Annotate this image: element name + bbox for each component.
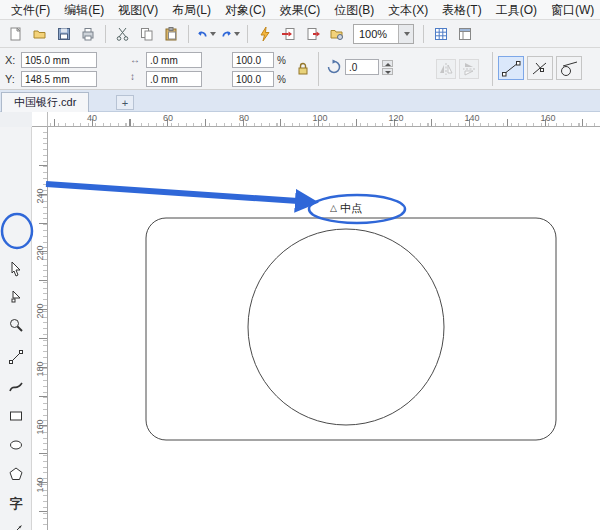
document-tab[interactable]: 中国银行.cdr (1, 92, 89, 112)
hruler-label: 100 (312, 113, 327, 123)
artistic-media-tool[interactable] (4, 375, 28, 399)
options-button[interactable] (454, 23, 476, 45)
vertical-ruler[interactable]: 240220200180160140 (32, 127, 48, 530)
redo-icon (220, 26, 233, 42)
undo-icon (196, 26, 209, 42)
vruler-label: 140 (33, 477, 47, 493)
horizontal-ruler[interactable]: 406080100120140160 (48, 112, 600, 127)
save-icon (56, 26, 72, 42)
content-folder-button[interactable] (326, 23, 348, 45)
zoom-dropdown-arrow[interactable] (398, 25, 413, 43)
menu-item-view[interactable]: 视图(V) (111, 0, 165, 20)
menu-bar: 文件(F)编辑(E)视图(V)布局(L)对象(C)效果(C)位图(B)文本(X)… (0, 0, 600, 20)
redo-dropdown-caret[interactable] (234, 32, 240, 36)
ruler-origin-corner[interactable] (32, 112, 48, 127)
artistic-media-icon (8, 379, 24, 395)
ellipse-tool[interactable] (4, 433, 28, 457)
spin-up-icon[interactable] (382, 60, 393, 67)
cut-icon (115, 26, 131, 42)
scale-y-input[interactable] (232, 71, 274, 87)
rectangle-tool[interactable] (4, 404, 28, 428)
rotation-group (326, 59, 393, 75)
text-tool[interactable]: 字 (4, 491, 28, 515)
menu-item-effects[interactable]: 效果(C) (273, 0, 328, 20)
menu-item-table[interactable]: 表格(T) (435, 0, 488, 20)
scale-factor-group: % % (232, 52, 286, 90)
two-point-line-tool-icon (8, 349, 24, 365)
pick-tool[interactable] (4, 257, 28, 281)
new-tab-button[interactable]: + (116, 95, 134, 110)
open-button[interactable] (29, 23, 51, 45)
hruler-label: 80 (239, 113, 249, 123)
export-button[interactable] (302, 23, 324, 45)
polygon-tool[interactable] (4, 462, 28, 486)
print-button[interactable] (77, 23, 99, 45)
application-launcher-button[interactable] (254, 23, 276, 45)
menu-item-bitmaps[interactable]: 位图(B) (327, 0, 381, 20)
dimension-tool-icon (8, 524, 24, 530)
menu-item-edit[interactable]: 编辑(E) (57, 0, 111, 20)
menu-item-object[interactable]: 对象(C) (218, 0, 273, 20)
undo-button[interactable] (195, 23, 217, 45)
snap-to-grid-button[interactable] (430, 23, 452, 45)
vruler-label: 200 (33, 303, 47, 319)
object-height-input[interactable] (146, 71, 202, 87)
toolbar-separator (105, 25, 106, 43)
x-position-input[interactable] (21, 52, 97, 68)
save-button[interactable] (53, 23, 75, 45)
drawing-canvas[interactable] (48, 127, 600, 530)
object-width-input[interactable] (146, 52, 202, 68)
plus-icon: + (122, 97, 128, 109)
rotation-angle-input[interactable] (345, 59, 379, 75)
scale-x-input[interactable] (232, 52, 274, 68)
paste-button[interactable] (160, 23, 182, 45)
mirror-vertical-button[interactable] (459, 59, 479, 79)
dimension-tool[interactable] (4, 520, 28, 530)
tangent-line-icon (559, 59, 579, 77)
y-position-input[interactable] (21, 71, 97, 87)
zoom-tool[interactable] (4, 313, 28, 337)
cut-button[interactable] (112, 23, 134, 45)
midpoint-triangle-icon: △ (330, 202, 337, 215)
copy-icon (139, 26, 155, 42)
perpendicular-line-button[interactable] (527, 56, 553, 80)
mirror-vertical-icon (461, 61, 477, 77)
two-point-line-button[interactable] (498, 56, 524, 80)
snap-indicator: △ 中点 (330, 202, 362, 215)
menu-item-window[interactable]: 窗口(W) (544, 0, 600, 20)
zoom-tool-icon (8, 317, 24, 333)
toolbar-separator (188, 25, 189, 43)
standard-toolbar: 100% (0, 20, 600, 48)
two-point-line-icon (501, 59, 521, 77)
redo-button[interactable] (219, 23, 241, 45)
undo-dropdown-caret[interactable] (210, 32, 216, 36)
vruler-label: 160 (33, 419, 47, 435)
spin-down-icon[interactable] (382, 68, 393, 75)
shape-tool[interactable] (4, 285, 28, 309)
chevron-down-icon (404, 32, 410, 36)
zoom-level-combo[interactable]: 100% (353, 24, 414, 44)
menu-item-layout[interactable]: 布局(L) (165, 0, 218, 20)
mirror-horizontal-button[interactable] (436, 59, 456, 79)
coreldraw-window: 文件(F)编辑(E)视图(V)布局(L)对象(C)效果(C)位图(B)文本(X)… (0, 0, 600, 530)
copy-button[interactable] (136, 23, 158, 45)
mirror-group (436, 59, 479, 79)
hruler-label: 60 (163, 113, 173, 123)
percent-label: % (277, 74, 286, 85)
paste-icon (163, 26, 179, 42)
new-document-button[interactable] (5, 23, 27, 45)
import-button[interactable] (278, 23, 300, 45)
shape-tool-icon (8, 289, 24, 305)
rectangle-tool-icon (8, 408, 24, 424)
angle-spinner[interactable] (382, 60, 393, 75)
menu-item-text[interactable]: 文本(X) (381, 0, 435, 20)
hruler-label: 160 (540, 113, 555, 123)
menu-item-tools[interactable]: 工具(O) (489, 0, 544, 20)
ellipse-tool-icon (8, 437, 24, 453)
menu-item-file[interactable]: 文件(F) (4, 0, 57, 20)
open-folder-icon (32, 26, 48, 42)
vruler-label: 220 (33, 245, 47, 261)
lock-ratio-button[interactable] (294, 59, 312, 79)
tangent-line-button[interactable] (556, 56, 582, 80)
two-point-line-tool[interactable] (4, 345, 28, 369)
